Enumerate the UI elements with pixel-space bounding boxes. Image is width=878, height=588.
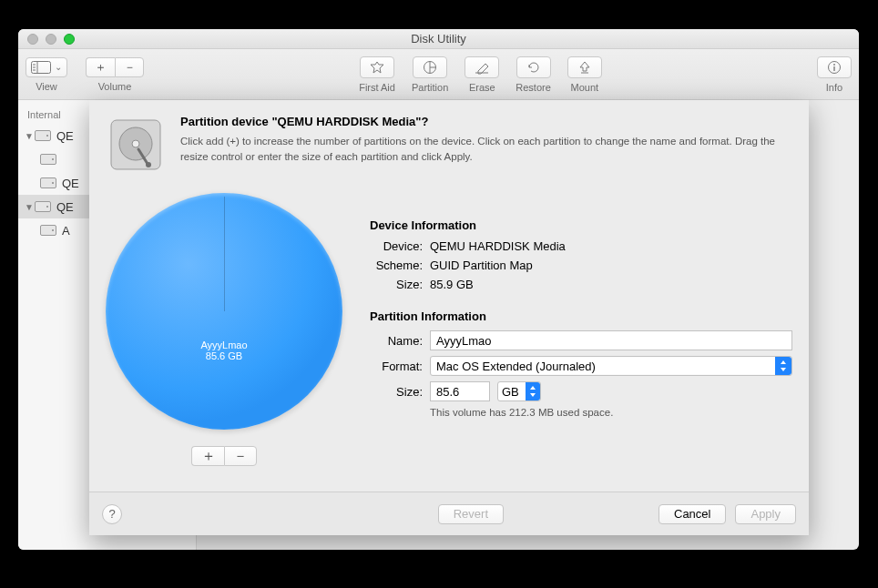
pie-name: AyyyLmao [106,340,342,350]
hard-drive-icon [40,177,56,189]
sheet-description: Click add (+) to increase the number of … [180,134,792,164]
erase-button[interactable] [465,56,499,78]
apply-button[interactable]: Apply [735,504,796,524]
toolbar-label-info: Info [826,82,842,93]
toolbar: ⌄ View ＋ － Volume First Aid [18,49,859,100]
toolbar-label-partition: Partition [412,82,448,93]
used-space-note: This volume has 212.3 MB used space. [430,407,792,418]
restore-icon [526,60,541,75]
partition-size-label: Size: [370,385,423,399]
disclosure-triangle-icon[interactable]: ▼ [24,202,35,212]
toolbar-label-view: View [36,81,57,92]
partition-sheet: Partition device "QEMU HARDDISK Media"? … [89,100,809,535]
partition-name-input[interactable] [430,330,792,350]
sidebar-item-label: QE [62,177,79,190]
toolbar-label-erase: Erase [469,82,495,93]
sheet-header: Partition device "QEMU HARDDISK Media"? … [89,100,809,184]
svg-point-22 [52,229,54,231]
mount-button[interactable] [567,56,602,78]
size-unit-select[interactable]: GB [497,381,541,401]
svg-point-14 [46,135,48,137]
svg-point-20 [46,206,48,208]
size-unit-value: GB [502,385,519,399]
volume-remove-button[interactable]: － [115,57,144,77]
format-value: Mac OS Extended (Journaled) [436,360,596,373]
toolbar-label-first-aid: First Aid [359,82,395,93]
info-icon [827,60,842,75]
sidebar-item-label: QE [56,129,74,143]
scheme-label: Scheme: [370,259,423,272]
first-aid-icon [369,60,385,75]
restore-button[interactable] [516,56,551,78]
size-label: Size: [370,278,423,291]
sidebar-view-icon [31,61,51,74]
chevron-down-icon: ⌄ [55,62,62,72]
partition-add-button[interactable]: ＋ [191,446,224,466]
first-aid-button[interactable] [360,56,394,78]
disclosure-triangle-icon[interactable]: ▼ [24,131,35,141]
partition-remove-button[interactable]: － [224,446,257,466]
sidebar-item-label: A [62,224,70,238]
svg-point-25 [132,140,139,147]
info-button[interactable] [817,56,852,78]
hard-drive-icon [40,224,56,237]
view-button[interactable]: ⌄ [26,57,67,77]
toolbar-label-restore: Restore [516,82,551,93]
cancel-button[interactable]: Cancel [658,504,726,524]
svg-point-18 [52,182,54,184]
name-label: Name: [370,334,423,348]
svg-point-16 [52,158,54,160]
partition-button[interactable] [413,56,447,78]
toolbar-label-volume: Volume [98,81,132,92]
partition-pie-chart[interactable]: AyyyLmao 85.6 GB [106,193,342,430]
device-info-heading: Device Information [370,218,792,232]
size-value: 85.9 GB [430,278,474,291]
sidebar-item-label: QE [56,200,74,214]
mount-icon [578,60,591,75]
volume-add-button[interactable]: ＋ [86,57,115,77]
hard-disk-large-icon [106,115,166,175]
titlebar: Disk Utility [18,29,859,49]
help-button[interactable]: ? [102,504,122,524]
device-value: QEMU HARDDISK Media [430,239,566,253]
dropdown-arrows-icon [775,357,791,375]
svg-point-26 [146,162,151,167]
svg-point-11 [833,64,835,66]
pie-size: 85.6 GB [106,350,342,361]
format-select[interactable]: Mac OS Extended (Journaled) [430,356,792,376]
toolbar-label-mount: Mount [571,82,599,93]
device-label: Device: [370,239,423,253]
pie-resize-handle[interactable] [224,197,225,311]
hard-drive-icon [35,129,51,142]
hard-drive-icon [35,200,51,213]
pie-partition-label: AyyyLmao 85.6 GB [106,340,342,361]
partition-info-heading: Partition Information [370,309,792,323]
erase-icon [474,60,490,75]
partition-size-input[interactable] [430,381,490,401]
sheet-title: Partition device "QEMU HARDDISK Media"? [180,115,792,128]
sheet-footer: ? Revert Cancel Apply [89,492,809,535]
format-label: Format: [370,360,423,373]
revert-button[interactable]: Revert [438,504,504,524]
hard-drive-icon [40,153,56,166]
partition-icon [423,60,437,75]
window-title: Disk Utility [18,32,859,46]
dropdown-arrows-icon [526,382,540,400]
scheme-value: GUID Partition Map [430,259,533,272]
disk-utility-window: Disk Utility ⌄ View ＋ － Volume [18,29,859,550]
